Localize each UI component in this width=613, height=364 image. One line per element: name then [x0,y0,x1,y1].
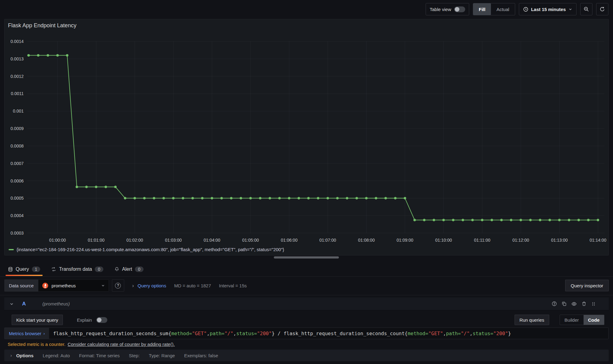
datasource-picker[interactable]: prometheus [38,279,109,292]
promql-token: path= [446,331,461,336]
duplicate-query-icon[interactable] [561,301,567,306]
query-options-collapsed: › Options Legend: AutoFormat: Time serie… [4,350,609,361]
promql-token: method= [171,331,192,336]
builder-mode-option[interactable]: Builder [560,315,584,325]
counter-warning: Selected metric is a counter.Consider ca… [8,342,175,347]
options-expand[interactable]: › Options [10,353,33,358]
delete-query-icon[interactable] [581,301,587,306]
svg-text:0.0014: 0.0014 [10,39,24,44]
promql-token: "/" [461,331,470,336]
actual-option[interactable]: Actual [491,3,515,15]
svg-text:01:06:00: 01:06:00 [281,238,298,243]
panel-edit-toolbar: Table view Fill Actual Last 15 minutes [426,3,608,15]
svg-text:0.0013: 0.0013 [10,56,24,61]
divider [0,276,613,277]
datasource-value: prometheus [52,283,98,288]
max-data-points-summary: MD = auto = 1827 [174,283,211,288]
toggle-knob [455,7,459,12]
zoom-out-button[interactable] [580,3,592,15]
promql-expression-input[interactable]: flask_http_request_duration_seconds_sum{… [49,328,608,339]
kick-start-query-button[interactable]: Kick start your query [12,315,63,325]
horizontal-scrollbar[interactable] [274,256,339,259]
tab-transform-label: Transform data [59,266,92,272]
promql-token: method= [408,331,428,336]
svg-text:0.001: 0.001 [13,109,24,113]
promql-token: "GET" [428,331,443,336]
options-summary-item: Type: Range [149,353,175,358]
svg-text:01:07:00: 01:07:00 [320,238,336,243]
svg-text:0.0008: 0.0008 [10,144,24,148]
chart-legend[interactable]: {instance="ec2-184-169-216-224.us-west-1… [9,247,284,252]
drag-handle-icon[interactable] [591,301,596,306]
refresh-button[interactable] [596,3,608,15]
svg-text:01:12:00: 01:12:00 [512,238,529,243]
time-range-picker[interactable]: Last 15 minutes [519,3,577,15]
promql-token: flask_http_request_duration_seconds_sum{ [53,331,171,336]
code-mode-option[interactable]: Code [584,315,604,325]
promql-token: } / flask_http_request_duration_seconds_… [272,331,408,336]
explain-label: Explain [77,317,92,323]
explain-toggle[interactable] [96,317,107,323]
promql-token: , [443,331,446,336]
svg-text:01:11:00: 01:11:00 [474,238,491,243]
svg-text:0.0012: 0.0012 [10,74,24,79]
tab-query-badge: 1 [32,266,40,272]
tab-transform-badge: 0 [95,266,103,272]
query-inspector-button[interactable]: Query inspector [565,280,609,291]
svg-text:0.0009: 0.0009 [10,126,24,131]
query-options-toggle[interactable]: › Query options [132,283,166,288]
table-view-group: Table view [426,3,469,15]
options-summary: Legend: AutoFormat: Time seriesStep:Type… [43,353,218,358]
datasource-label: Data source [4,279,38,292]
promql-editor-row: Metrics browser › flask_http_request_dur… [4,328,609,339]
fill-actual-switch: Fill Actual [473,3,515,15]
tab-alert[interactable]: Alert 0 [114,262,144,276]
svg-text:01:04:00: 01:04:00 [204,238,220,243]
svg-text:01:08:00: 01:08:00 [358,238,375,243]
options-label: Options [16,353,34,358]
toggle-visibility-icon[interactable] [571,301,577,307]
svg-text:0.0011: 0.0011 [11,91,24,96]
svg-text:01:13:00: 01:13:00 [551,238,568,243]
promql-token: , [233,331,236,336]
options-summary-item: Step: [129,353,140,358]
query-editor-toolbar: Kick start your query Explain Run querie… [12,314,609,325]
promql-token: "200" [493,331,508,336]
latency-chart[interactable]: 01:00:0001:01:0001:02:0001:03:0001:04:00… [5,19,609,246]
svg-text:01:14:00: 01:14:00 [590,238,607,243]
metrics-browser-button[interactable]: Metrics browser › [5,328,49,339]
datasource-help-button[interactable]: ? [112,279,124,292]
tab-transform-data[interactable]: Transform data 0 [51,262,104,276]
svg-text:01:02:00: 01:02:00 [126,238,143,243]
options-summary-item: Exemplars: false [184,353,218,358]
svg-text:01:00:00: 01:00:00 [49,238,66,243]
promql-token: } [508,331,511,336]
svg-text:01:03:00: 01:03:00 [165,238,182,243]
database-icon [8,267,13,272]
table-view-toggle[interactable] [454,6,465,12]
tab-alert-label: Alert [122,266,132,272]
legend-series-label: {instance="ec2-184-169-216-224.us-west-1… [17,247,284,252]
query-ref-id[interactable]: A [22,301,26,307]
fill-option[interactable]: Fill [473,3,491,15]
run-queries-button[interactable]: Run queries [515,315,549,325]
toggle-knob [97,318,102,322]
legend-series-swatch [9,249,14,250]
collapse-query-icon[interactable] [10,302,14,306]
time-range-label: Last 15 minutes [531,7,566,12]
add-rate-link[interactable]: Consider calculating rate of counter by … [67,342,174,347]
query-options-label: Query options [138,283,166,288]
query-row-header: A (prometheus) [4,297,609,310]
svg-text:01:05:00: 01:05:00 [242,238,259,243]
help-circle-icon: ? [115,283,121,289]
bell-icon [114,267,119,272]
table-view-label: Table view [430,7,451,12]
promql-token: path= [210,331,224,336]
svg-text:01:01:00: 01:01:00 [88,238,105,243]
tab-query[interactable]: Query 1 [7,262,41,276]
svg-text:01:10:00: 01:10:00 [435,238,452,243]
svg-text:0.0005: 0.0005 [10,196,24,201]
query-help-icon[interactable] [552,301,557,306]
refresh-icon [600,6,605,12]
chevron-right-icon: › [10,353,12,358]
